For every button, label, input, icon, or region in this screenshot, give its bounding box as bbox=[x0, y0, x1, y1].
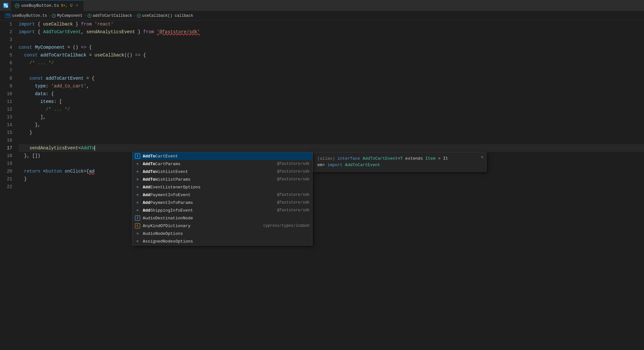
line-num-10: 10 bbox=[0, 90, 12, 98]
line-num-12: 12 bbox=[0, 105, 12, 113]
svg-rect-0 bbox=[4, 4, 6, 5]
ac-label-9: AnyKindOfDictionary bbox=[143, 224, 190, 228]
ac-source-3: @faststore/sdk bbox=[277, 177, 310, 182]
ac-label-7: AddShippingInfoEvent bbox=[143, 208, 193, 213]
ac-item-1[interactable]: ⊙ AddToCartParams @faststore/sdk bbox=[132, 160, 312, 168]
line-num-19: 19 bbox=[0, 160, 12, 167]
line-num-3: 3 bbox=[0, 36, 12, 44]
ac-item-0[interactable]: I AddToCartEvent bbox=[132, 152, 312, 160]
ac-icon-11: ⊙ bbox=[135, 239, 140, 244]
ac-label-6: AddPaymentInfoParams bbox=[143, 200, 193, 205]
editor-tab[interactable]: TS useBuyButton.ts 9+, U × bbox=[11, 0, 83, 11]
code-line-12: /* ... */ bbox=[19, 105, 644, 113]
autocomplete-dropdown[interactable]: I AddToCartEvent ⊙ AddToCartParams @fast… bbox=[132, 152, 312, 245]
code-line-10: data: { bbox=[19, 90, 644, 98]
code-area[interactable]: 1 2 3 4 5 6 7 8 9 10 11 12 13 14 15 16 1… bbox=[0, 20, 644, 350]
line-num-18: 18 bbox=[0, 152, 12, 160]
line-num-16: 16 bbox=[0, 136, 12, 144]
ac-source-2: @faststore/sdk bbox=[277, 169, 310, 174]
breadcrumb-usecallback-icon: ⊙ bbox=[137, 14, 141, 18]
line-num-14: 14 bbox=[0, 121, 12, 129]
ac-icon-6: ⊙ bbox=[135, 200, 140, 205]
code-line-17: sendAnalyticsEvent<AddTo bbox=[19, 144, 644, 152]
line-num-9: 9 bbox=[0, 82, 12, 90]
line-numbers: 1 2 3 4 5 6 7 8 9 10 11 12 13 14 15 16 1… bbox=[0, 20, 16, 350]
tab-filename: useBuyButton.ts bbox=[21, 3, 59, 8]
doc-popup: × (alias) interface AddToCartEvent<T ext… bbox=[312, 152, 486, 172]
code-line-11: items: [ bbox=[19, 98, 644, 105]
code-content[interactable]: import { useCallback } from 'react' impo… bbox=[16, 20, 644, 350]
ac-icon-2: ⊙ bbox=[135, 169, 140, 174]
code-line-15: } bbox=[19, 129, 644, 136]
line-num-21: 21 bbox=[0, 175, 12, 183]
tab-close-button[interactable]: × bbox=[74, 3, 80, 8]
ac-label-11: AssignedNodesOptions bbox=[143, 239, 193, 244]
editor: 1 2 3 4 5 6 7 8 9 10 11 12 13 14 15 16 1… bbox=[0, 20, 644, 350]
line-num-7: 7 bbox=[0, 67, 12, 75]
ac-item-5[interactable]: ⊙ AddPaymentInfoEvent @faststore/sdk bbox=[132, 191, 312, 199]
ac-item-8[interactable]: I AudioDestinationNode bbox=[132, 214, 312, 222]
ac-icon-4: ⊙ bbox=[135, 185, 140, 190]
ac-label-1: AddToCartParams bbox=[143, 162, 180, 166]
ac-item-2[interactable]: ⊙ AddToWishlistEvent @faststore/sdk bbox=[132, 168, 312, 175]
ac-label-8: AudioDestinationNode bbox=[143, 216, 193, 221]
breadcrumb: TS useBuyButton.ts › ⊙ MyComponent › ⊙ a… bbox=[0, 11, 644, 20]
ac-source-5: @faststore/sdk bbox=[277, 193, 310, 197]
breadcrumb-mycomponent-icon: ⊙ bbox=[52, 14, 56, 18]
line-num-1: 1 bbox=[0, 20, 12, 28]
ac-source-7: @faststore/sdk bbox=[277, 208, 310, 213]
ac-icon-1: ⊙ bbox=[135, 161, 140, 166]
ac-icon-7: ⊙ bbox=[135, 208, 140, 213]
line-num-6: 6 bbox=[0, 59, 12, 67]
vscode-icon bbox=[3, 3, 8, 8]
svg-rect-1 bbox=[6, 5, 8, 7]
code-line-6: /* ... */ bbox=[19, 59, 644, 67]
code-line-13: ], bbox=[19, 113, 644, 121]
line-num-11: 11 bbox=[0, 98, 12, 105]
ac-item-7[interactable]: ⊙ AddShippingInfoEvent @faststore/sdk bbox=[132, 206, 312, 214]
tab-file-icon: TS bbox=[15, 4, 19, 8]
breadcrumb-usecallback: ⊙ useCallback() callback bbox=[137, 14, 193, 18]
ac-icon-interface-0: I bbox=[135, 154, 140, 159]
ac-item-9[interactable]: C AnyKindOfDictionary cypress/types/loda… bbox=[132, 222, 312, 230]
ac-label-4: AddEventListenerOptions bbox=[143, 185, 200, 190]
ac-label-3: AddToWishlistParams bbox=[143, 177, 190, 182]
ac-label-0: AddToCartEvent bbox=[143, 154, 178, 159]
svg-rect-3 bbox=[4, 5, 6, 7]
line-num-15: 15 bbox=[0, 129, 12, 136]
code-line-4: const MyComponent = () => { bbox=[19, 44, 644, 51]
ac-label-5: AddPaymentInfoEvent bbox=[143, 193, 190, 197]
line-num-8: 8 bbox=[0, 75, 12, 82]
ac-item-11[interactable]: ⊙ AssignedNodesOptions bbox=[132, 237, 312, 245]
line-num-13: 13 bbox=[0, 113, 12, 121]
line-num-22: 22 bbox=[0, 183, 12, 191]
line-num-2: 2 bbox=[0, 28, 12, 36]
code-line-1: import { useCallback } from 'react' bbox=[19, 20, 644, 28]
ac-item-4[interactable]: ⊙ AddEventListenerOptions bbox=[132, 183, 312, 191]
code-line-5: const addToCartCallback = useCallback(()… bbox=[19, 51, 644, 59]
ac-icon-10: ⊙ bbox=[135, 231, 140, 236]
doc-close-button[interactable]: × bbox=[481, 154, 484, 161]
ac-item-6[interactable]: ⊙ AddPaymentInfoParams @faststore/sdk bbox=[132, 199, 312, 206]
code-line-21: } bbox=[19, 175, 644, 183]
code-line-3 bbox=[19, 36, 644, 44]
code-line-2: import { AddToCartEvent, sendAnalyticsEv… bbox=[19, 28, 644, 36]
breadcrumb-file: TS useBuyButton.ts bbox=[5, 14, 47, 18]
ac-icon-class-9: C bbox=[135, 223, 140, 228]
line-num-20: 20 bbox=[0, 167, 12, 175]
breadcrumb-mycomponent: ⊙ MyComponent bbox=[52, 14, 82, 18]
line-num-17: 17 bbox=[0, 144, 12, 152]
code-line-22 bbox=[19, 183, 644, 191]
code-line-7 bbox=[19, 67, 644, 75]
ac-item-10[interactable]: ⊙ AudioNodeOptions bbox=[132, 230, 312, 237]
svg-rect-2 bbox=[6, 4, 8, 5]
ac-source-6: @faststore/sdk bbox=[277, 200, 310, 205]
code-line-14: }, bbox=[19, 121, 644, 129]
breadcrumb-callback-icon: ⊙ bbox=[88, 14, 91, 18]
ac-icon-interface-8: I bbox=[135, 215, 140, 221]
ac-icon-3: ⊙ bbox=[135, 177, 140, 182]
doc-content-line2: em> import AddToCartEvent bbox=[317, 162, 482, 168]
ac-item-3[interactable]: ⊙ AddToWishlistParams @faststore/sdk bbox=[132, 175, 312, 183]
tab-dirty: 9+, U bbox=[61, 4, 72, 8]
ac-icon-5: ⊙ bbox=[135, 192, 140, 197]
